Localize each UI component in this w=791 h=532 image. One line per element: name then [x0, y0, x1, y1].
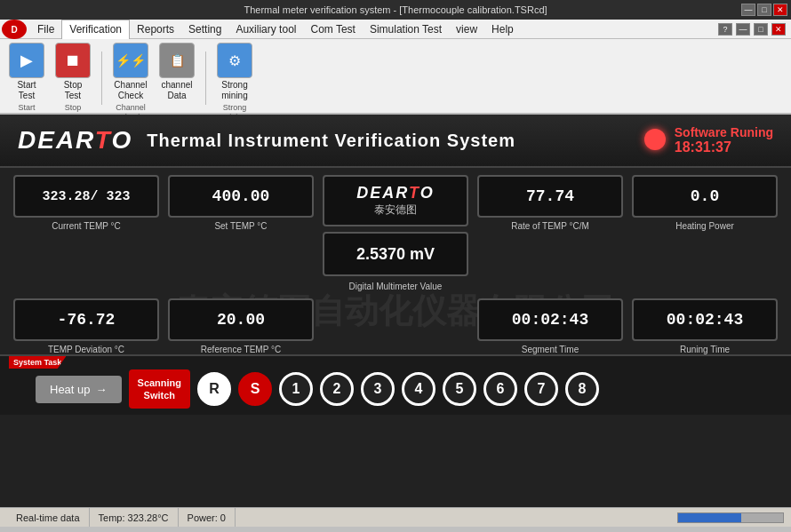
multimeter-display: 2.5370 mV — [323, 232, 468, 276]
set-temp-card: 400.00 Set TEMP °C — [168, 175, 314, 231]
channel-S-button[interactable]: S — [238, 372, 272, 406]
temp-deviation-label: TEMP Deviation °C — [48, 345, 124, 354]
center-logo-box: DEARTO 泰安德图 — [323, 175, 468, 226]
menu-view[interactable]: view — [449, 20, 484, 39]
channel-1-button[interactable]: 1 — [279, 372, 313, 406]
channel-3-button[interactable]: 3 — [361, 372, 395, 406]
data-row-1: 323.28/ 323 Current TEMP °C 400.00 Set T… — [0, 175, 791, 291]
main-content: DEARTO Thermal Instrument Verification S… — [0, 115, 791, 507]
multimeter-label: Digital Multimeter Value — [349, 282, 443, 291]
heat-up-arrow: → — [96, 383, 108, 396]
menu-bar: D File Verification Reports Setting Auxi… — [0, 20, 791, 39]
channel-data-button[interactable]: 📋 channelData — [156, 43, 198, 101]
clock-display: 18:31:37 — [675, 139, 773, 155]
channel-check-button[interactable]: ⚡⚡ ChannelCheck Channel Check — [109, 43, 152, 123]
menu-setting[interactable]: Setting — [181, 20, 228, 39]
channel-R-button[interactable]: R — [197, 372, 231, 406]
current-temp-label: Current TEMP °C — [52, 221, 121, 231]
maximize-button[interactable]: □ — [757, 4, 771, 16]
scanning-switch-button[interactable]: Scanning Switch — [129, 369, 191, 409]
channel-check-icon: ⚡⚡ — [113, 43, 148, 78]
scanning-line1: Scanning — [138, 377, 182, 388]
menu-simulation[interactable]: Simulation Test — [363, 20, 449, 39]
center-brand-name: DEARTO — [356, 184, 434, 202]
realtime-data-section: Real-time data — [7, 508, 90, 527]
title-bar: Thermal meter verification system - [The… — [0, 0, 791, 20]
heating-power-value: 0.0 — [632, 175, 778, 218]
stop-test-button[interactable]: ⏹ StopTest Stop — [52, 43, 94, 113]
close-button[interactable]: ✕ — [773, 4, 787, 16]
start-test-button[interactable]: ▶ StartTest Start — [5, 43, 48, 113]
menu-close[interactable]: ✕ — [771, 23, 786, 36]
channel-circles: R S 1 2 3 4 5 6 7 8 — [197, 372, 599, 406]
set-temp-value: 400.00 — [168, 175, 314, 218]
segment-time-card: 00:02:43 Segment Time — [477, 298, 623, 354]
start-sublabel: Start — [18, 103, 35, 113]
heating-power-label: Heating Power — [675, 221, 734, 231]
menu-maximize[interactable]: □ — [754, 23, 768, 36]
rate-temp-label: Rate of TEMP °C/M — [511, 221, 589, 231]
current-temp-value: 323.28/ 323 — [13, 175, 159, 218]
channel-data-label: channelData — [161, 80, 192, 101]
menu-minimize[interactable]: ? — [718, 23, 732, 36]
channel-check-label: ChannelCheck — [114, 80, 147, 101]
menu-reports[interactable]: Reports — [130, 20, 181, 39]
reference-temp-label: Reference TEMP °C — [201, 345, 281, 354]
channel-6-button[interactable]: 6 — [483, 372, 517, 406]
menu-restore[interactable]: — — [736, 23, 750, 36]
running-time-label: Runing Time — [680, 345, 730, 354]
heat-up-button[interactable]: Heat up → — [36, 376, 122, 403]
header-banner: DEARTO Thermal Instrument Verification S… — [0, 115, 791, 168]
rate-temp-card: 77.74 Rate of TEMP °C/M — [477, 175, 623, 231]
channel-4-button[interactable]: 4 — [402, 372, 435, 406]
status-bulb-icon — [644, 129, 666, 150]
menu-help[interactable]: Help — [484, 20, 521, 39]
window-title: Thermal meter verification system - [The… — [244, 4, 547, 15]
menu-verification[interactable]: Verification — [61, 20, 130, 39]
center-logo-block: DEARTO 泰安德图 2.5370 mV Digital Multimeter… — [323, 175, 468, 291]
menu-auxiliary[interactable]: Auxiliary tool — [228, 20, 303, 39]
toolbar-group-mining: ⚙ Strongmining Strong mining — [213, 43, 256, 123]
strong-mining-button[interactable]: ⚙ Strongmining Strong mining — [213, 43, 256, 123]
heat-up-label: Heat up — [50, 383, 91, 396]
center-placeholder — [323, 298, 468, 354]
progress-fill — [678, 513, 741, 522]
scanning-line2: Switch — [144, 390, 175, 401]
temp-status-section: Temp: 323.28°C — [90, 508, 179, 527]
toolbar-group-test: ▶ StartTest Start ⏹ StopTest Stop — [5, 43, 94, 113]
current-temp-card: 323.28/ 323 Current TEMP °C — [13, 175, 159, 231]
reference-temp-card: 20.00 Reference TEMP °C — [168, 298, 314, 354]
status-bar: Real-time data Temp: 323.28°C Power: 0 — [0, 507, 791, 527]
channel-2-button[interactable]: 2 — [320, 372, 354, 406]
channel-5-button[interactable]: 5 — [443, 372, 476, 406]
minimize-button[interactable]: — — [741, 4, 755, 16]
channel-7-button[interactable]: 7 — [524, 372, 558, 406]
stop-test-label: StopTest — [64, 80, 83, 101]
rate-temp-value: 77.74 — [477, 175, 623, 218]
strong-mining-icon: ⚙ — [217, 43, 252, 78]
start-icon: ▶ — [9, 43, 44, 78]
brand-title: Thermal Instrument Verification System — [147, 131, 515, 151]
strong-mining-label: Strongmining — [221, 80, 247, 101]
toolbar-sep-2 — [205, 52, 206, 105]
reference-temp-value: 20.00 — [168, 298, 314, 341]
toolbar-sep-1 — [101, 52, 102, 105]
power-status-section: Power: 0 — [179, 508, 236, 527]
window-controls[interactable]: — □ ✕ — [741, 4, 787, 16]
power-status: Power: 0 — [188, 512, 226, 523]
menu-file[interactable]: File — [30, 20, 61, 39]
menu-comtest[interactable]: Com Test — [303, 20, 362, 39]
status-indicator — [644, 129, 666, 152]
channel-data-icon: 📋 — [159, 43, 195, 78]
temp-deviation-value: -76.72 — [13, 298, 159, 341]
multimeter-value: 2.5370 mV — [356, 245, 435, 264]
data-row-2: -76.72 TEMP Deviation °C 20.00 Reference… — [0, 291, 791, 354]
app-logo: D — [2, 20, 27, 39]
svg-text:D: D — [11, 25, 17, 35]
temp-deviation-card: -76.72 TEMP Deviation °C — [13, 298, 159, 354]
running-time-card: 00:02:43 Runing Time — [632, 298, 778, 354]
channel-8-button[interactable]: 8 — [565, 372, 599, 406]
toolbar: ▶ StartTest Start ⏹ StopTest Stop ⚡⚡ Cha… — [0, 39, 791, 115]
brand-logo: DEARTO — [18, 126, 132, 155]
realtime-label: Real-time data — [16, 512, 80, 523]
